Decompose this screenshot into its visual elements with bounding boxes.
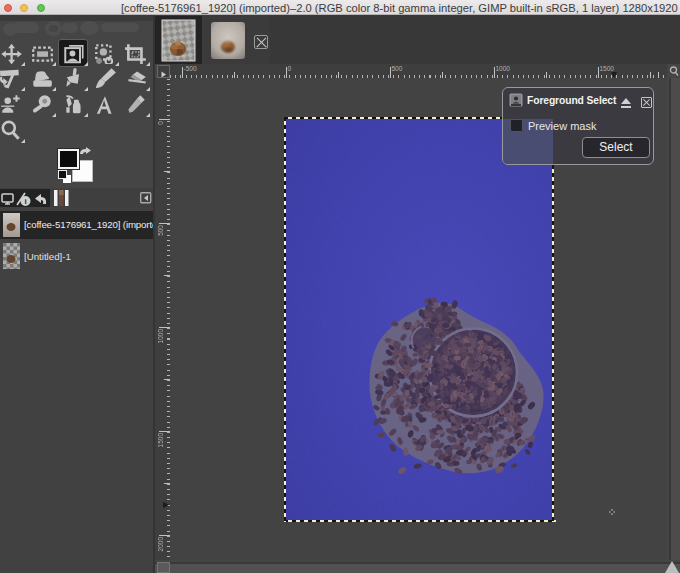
svg-text:i: i [24,197,26,206]
